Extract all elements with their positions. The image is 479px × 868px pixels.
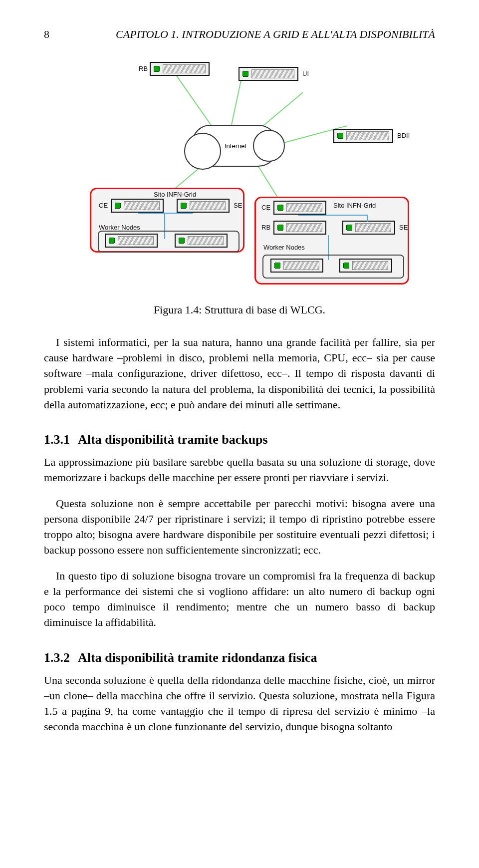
label-bdii: BDII [397, 132, 410, 139]
site-a-label: Sito INFN-Grid [154, 191, 196, 198]
label-rb-b: RB [261, 224, 270, 231]
label-ce-a: CE [99, 202, 108, 209]
server-bdii-icon [333, 129, 393, 143]
label-ui: UI [302, 70, 309, 77]
page: 8 CAPITOLO 1. INTRODUZIONE A GRID E ALL'… [0, 0, 479, 868]
server-se-a-icon [177, 199, 230, 213]
section-132-heading: 1.3.2Alta disponibilità tramite ridondan… [44, 650, 435, 665]
server-wn-a1-icon [105, 234, 158, 248]
section-131-heading: 1.3.1Alta disponibilità tramite backups [44, 432, 435, 447]
server-se-b-icon [342, 221, 395, 235]
server-rb-b-icon [273, 221, 326, 235]
label-rb: RB [139, 65, 148, 72]
label-se-a: SE [234, 202, 242, 209]
paragraph-131-b: Questa soluzione non è sempre accettabil… [44, 496, 435, 558]
paragraph-132-a: Una seconda soluzione è quella della rid… [44, 672, 435, 735]
running-header: 8 CAPITOLO 1. INTRODUZIONE A GRID E ALL'… [44, 28, 435, 41]
cloud-internet-icon: Internet [192, 125, 279, 167]
paragraph-intro: I sistemi informatici, per la sua natura… [44, 334, 435, 412]
server-ui-icon [239, 67, 298, 81]
paragraph-131-a: La approssimazione più basilare sarebbe … [44, 454, 435, 485]
label-internet: Internet [225, 142, 246, 150]
page-number: 8 [44, 28, 49, 41]
server-ce-a-icon [111, 199, 164, 213]
server-wn-b1-icon [270, 259, 323, 273]
server-rb-icon [150, 62, 210, 76]
figure-wlcg-structure: RB UI BDII Internet Sito INFN-Grid CE SE… [70, 57, 409, 296]
label-wn-a: Worker Nodes [99, 224, 140, 231]
label-ce-b: CE [261, 204, 270, 211]
figure-caption: Figura 1.4: Struttura di base di WLCG. [44, 303, 435, 316]
server-wn-b2-icon [339, 259, 392, 273]
site-b-label: Sito INFN-Grid [333, 202, 376, 209]
label-se-b: SE [399, 224, 408, 231]
server-ce-b-icon [273, 201, 326, 215]
server-wn-a2-icon [175, 234, 228, 248]
label-wn-b: Worker Nodes [263, 244, 305, 251]
paragraph-131-c: In questo tipo di soluzione bisogna trov… [44, 568, 435, 630]
chapter-title: CAPITOLO 1. INTRODUZIONE A GRID E ALL'AL… [116, 28, 435, 41]
